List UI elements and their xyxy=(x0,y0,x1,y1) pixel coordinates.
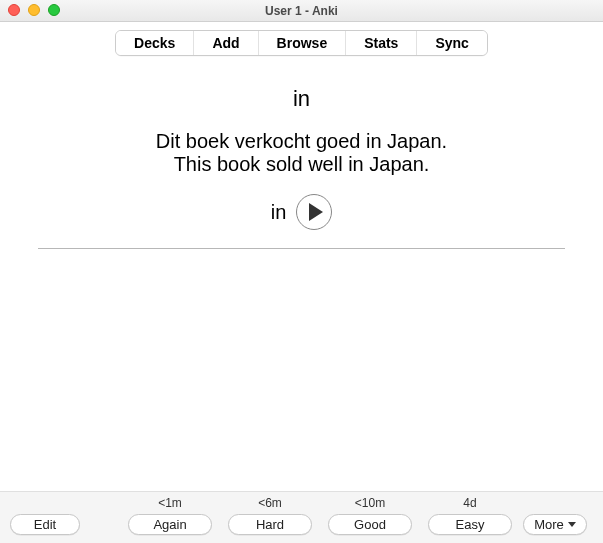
audio-row: in xyxy=(20,194,583,230)
interval-hard: <6m xyxy=(220,496,320,510)
answer-button-row: Edit Again Hard Good Easy More xyxy=(10,514,593,535)
hard-button[interactable]: Hard xyxy=(228,514,312,535)
easy-button[interactable]: Easy xyxy=(428,514,512,535)
example-sentences: Dit boek verkocht goed in Japan. This bo… xyxy=(20,130,583,176)
window-controls xyxy=(8,4,60,16)
window-title: User 1 - Anki xyxy=(265,4,338,18)
zoom-window-button[interactable] xyxy=(48,4,60,16)
edit-button[interactable]: Edit xyxy=(10,514,80,535)
again-button[interactable]: Again xyxy=(128,514,212,535)
interval-row: <1m <6m <10m 4d xyxy=(10,496,593,510)
card-area: in Dit boek verkocht goed in Japan. This… xyxy=(0,60,603,249)
sentence-translation: This book sold well in Japan. xyxy=(20,153,583,176)
good-button[interactable]: Good xyxy=(328,514,412,535)
minimize-window-button[interactable] xyxy=(28,4,40,16)
close-window-button[interactable] xyxy=(8,4,20,16)
toolbar-segment: Decks Add Browse Stats Sync xyxy=(115,30,488,56)
chevron-down-icon xyxy=(568,522,576,527)
answer-bar: <1m <6m <10m 4d Edit Again Hard Good Eas… xyxy=(0,491,603,543)
play-audio-button[interactable] xyxy=(296,194,332,230)
more-label: More xyxy=(534,517,564,532)
stats-button[interactable]: Stats xyxy=(345,31,416,55)
sentence-source: Dit boek verkocht goed in Japan. xyxy=(20,130,583,153)
interval-easy: 4d xyxy=(420,496,520,510)
add-button[interactable]: Add xyxy=(193,31,257,55)
interval-again: <1m xyxy=(120,496,220,510)
main-toolbar: Decks Add Browse Stats Sync xyxy=(0,22,603,60)
more-button[interactable]: More xyxy=(523,514,587,535)
card-front-word: in xyxy=(20,86,583,112)
decks-button[interactable]: Decks xyxy=(116,31,193,55)
interval-good: <10m xyxy=(320,496,420,510)
browse-button[interactable]: Browse xyxy=(258,31,346,55)
play-icon xyxy=(309,203,323,221)
titlebar: User 1 - Anki xyxy=(0,0,603,22)
audio-label: in xyxy=(271,201,287,224)
divider xyxy=(38,248,565,249)
sync-button[interactable]: Sync xyxy=(416,31,486,55)
